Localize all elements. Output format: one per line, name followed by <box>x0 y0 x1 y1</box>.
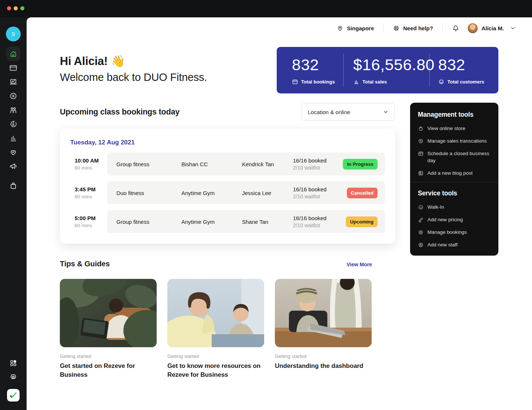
filter-selected-value: Location & online <box>308 109 350 115</box>
chevron-down-icon <box>383 109 389 115</box>
tool-label: Add new staff <box>427 242 458 249</box>
tools-panel: Management tools View online store $ Man… <box>410 103 498 256</box>
bookings-date: Tuesday, 12 Aug 2021 <box>70 139 134 146</box>
smiley-icon <box>418 204 424 210</box>
tips-card-1[interactable]: Getting started Get started on Rezeve fo… <box>60 279 157 379</box>
sidebar-item-customers[interactable] <box>9 106 18 115</box>
window-minimize-button[interactable] <box>14 6 18 10</box>
location-label: Singapore <box>347 25 374 31</box>
main-content: Singapore Need help? Alicia M. <box>27 17 532 410</box>
tips-card-title: Get to know more resources on Rezeve for… <box>167 362 264 379</box>
sidebar-item-partnerships[interactable] <box>9 148 18 157</box>
sidebar-item-bookings[interactable] <box>9 64 18 72</box>
blog-icon <box>418 170 424 176</box>
status-badge: Upcoming <box>346 216 378 227</box>
tips-card-category: Getting started <box>60 353 157 359</box>
tool-schedule-closed-day[interactable]: Schedule a closed business day <box>418 150 492 164</box>
tool-label: View online store <box>427 125 466 132</box>
booking-class: Group fitness <box>116 161 181 167</box>
calendar-icon <box>418 151 424 157</box>
settings-gear-icon <box>9 373 18 382</box>
user-avatar[interactable] <box>468 23 478 33</box>
reports-laptop-icon <box>9 78 18 86</box>
header: Singapore Need help? Alicia M. <box>337 17 516 39</box>
sidebar-item-reports[interactable] <box>9 78 18 86</box>
tips-title: Tips & Guides <box>60 259 110 268</box>
tool-add-new-pricing[interactable]: Add new pricing <box>418 216 492 223</box>
refund-icon: $ <box>9 120 18 129</box>
notifications-bell-icon[interactable] <box>452 24 460 32</box>
location-selector[interactable]: Singapore <box>337 25 374 32</box>
help-label: Need help? <box>403 25 433 31</box>
chevron-down-icon[interactable] <box>510 25 516 31</box>
bookings-card: Tuesday, 12 Aug 2021 10:00 AM 60 mins Gr… <box>60 129 395 244</box>
marketing-megaphone-icon <box>9 162 18 171</box>
dashboard-app: S $ <box>0 0 532 410</box>
header-divider <box>442 23 443 33</box>
stat-total-sales: $16,556.80 Total sales <box>344 47 430 93</box>
sidebar-item-analytics[interactable] <box>9 134 18 143</box>
booking-duration: 60 mins <box>75 194 107 199</box>
greeting-subtitle: Welcome back to DUO Fitness. <box>60 71 207 83</box>
workspace-avatar[interactable]: S <box>6 27 21 41</box>
booking-waitlist: 2/10 waitlist <box>293 194 347 199</box>
sidebar-item-settings[interactable] <box>9 373 18 382</box>
sidebar-item-store[interactable] <box>9 181 18 190</box>
tool-add-blog-post[interactable]: Add a new blog post <box>418 170 492 177</box>
target-icon <box>418 229 424 235</box>
tool-manage-bookings[interactable]: Manage bookings <box>418 229 492 236</box>
booking-location: Anytime Gym <box>181 190 242 196</box>
stat-label: Total customers <box>447 79 484 85</box>
booking-location: Bishan CC <box>181 161 242 167</box>
sidebar-item-pricing[interactable]: $ <box>9 92 18 100</box>
stat-label: Total bookings <box>301 79 335 85</box>
svg-text:$: $ <box>12 94 14 98</box>
location-filter-dropdown[interactable]: Location & online <box>301 103 395 121</box>
booking-row[interactable]: 5:00 PM 60 mins Group fitness Anytime Gy… <box>75 210 385 233</box>
help-button[interactable]: Need help? <box>393 25 433 32</box>
tool-add-new-staff[interactable]: Add new staff <box>418 242 492 249</box>
svg-text:$: $ <box>420 140 422 143</box>
sidebar-item-marketing[interactable] <box>9 162 18 171</box>
tool-label: Schedule a closed business day <box>427 150 492 164</box>
stat-value: $16,556.80 <box>353 56 430 74</box>
sidebar-item-transactions[interactable]: $ <box>9 120 18 129</box>
tips-section: Tips & Guides View More <box>60 259 372 379</box>
booking-capacity: 16/16 booked <box>293 215 346 221</box>
booking-time: 3:45 PM <box>75 186 107 192</box>
tips-card-category: Getting started <box>275 353 372 359</box>
home-icon <box>9 50 17 58</box>
location-pin-icon <box>337 25 344 32</box>
greeting: Hi Alicia! 👋 Welcome back to DUO Fitness… <box>60 54 207 83</box>
status-badge: Cancelled <box>347 188 378 198</box>
window-close-button[interactable] <box>7 6 11 10</box>
booking-class: Group fitness <box>116 219 181 225</box>
customers-icon <box>9 106 18 115</box>
view-more-link[interactable]: View More <box>347 262 372 267</box>
store-bag-icon <box>9 181 18 190</box>
tool-walk-in[interactable]: Walk-In <box>418 204 492 211</box>
stat-total-customers: 832 Total customers <box>430 47 498 93</box>
rezeve-logo[interactable] <box>7 389 20 402</box>
calendar-icon <box>292 79 298 85</box>
smiley-icon <box>438 79 444 85</box>
booking-instructor: Kendrick Tan <box>242 161 293 167</box>
booking-row[interactable]: 3:45 PM 60 mins Duo fitness Anytime Gym … <box>75 181 385 204</box>
booking-time: 5:00 PM <box>75 215 107 221</box>
booking-waitlist: 2/10 waitlist <box>293 222 346 228</box>
bag-icon <box>418 126 424 131</box>
booking-instructor: Jessica Lee <box>242 190 293 196</box>
help-lifebuoy-icon <box>393 25 400 32</box>
booking-row[interactable]: 10:00 AM 60 mins Group fitness Bishan CC… <box>75 153 385 175</box>
sidebar-item-home[interactable] <box>6 47 20 61</box>
header-divider <box>383 23 383 33</box>
tips-card-3[interactable]: Getting started Understanding the dashbo… <box>275 279 372 379</box>
booking-location: Anytime Gym <box>181 219 242 225</box>
user-name: Alicia M. <box>481 25 504 31</box>
window-zoom-button[interactable] <box>20 6 24 10</box>
tool-view-online-store[interactable]: View online store <box>418 125 492 132</box>
sidebar-item-apps[interactable] <box>9 359 18 368</box>
tool-manage-sales[interactable]: $ Manage sales transcations <box>418 138 492 145</box>
tool-label: Manage bookings <box>427 229 467 236</box>
tips-card-2[interactable]: Getting started Get to know more resourc… <box>167 279 264 379</box>
